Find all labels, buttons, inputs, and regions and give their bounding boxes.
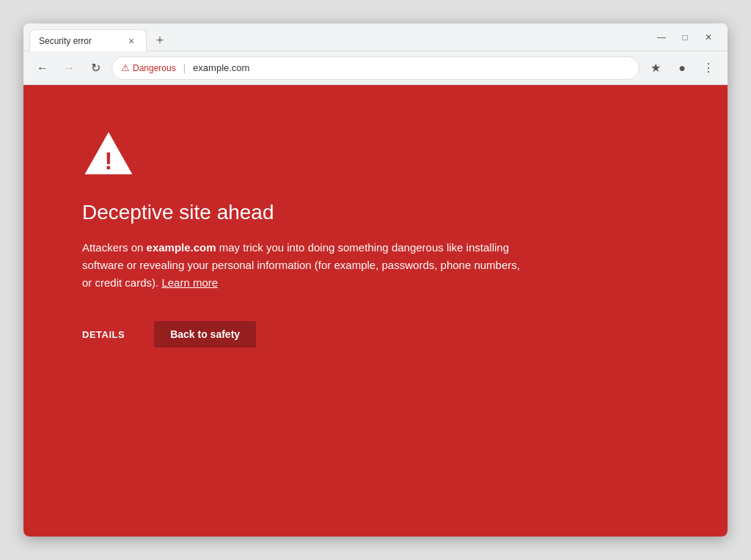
error-description: Attackers on example.com may trick you i… [82, 239, 522, 292]
svg-text:!: ! [105, 148, 113, 174]
security-indicator: ⚠ Dangerous [121, 62, 176, 73]
new-tab-button[interactable]: + [150, 30, 170, 51]
bookmark-button[interactable]: ★ [645, 58, 666, 78]
back-to-safety-button[interactable]: Back to safety [154, 321, 256, 347]
account-button[interactable]: ● [672, 58, 692, 78]
active-tab[interactable]: Security error × [29, 29, 147, 51]
window-controls: — □ ✕ [654, 30, 722, 45]
error-heading: Deceptive site ahead [82, 201, 522, 224]
url-separator: | [183, 62, 186, 73]
tabs-area: Security error × + [29, 23, 654, 51]
url-bar[interactable]: ⚠ Dangerous | example.com [111, 56, 640, 80]
browser-window: Security error × + — □ ✕ ← → ↻ ⚠ Dangero… [23, 23, 728, 537]
error-content: ! Deceptive site ahead Attackers on exam… [82, 129, 522, 347]
url-text: example.com [193, 62, 249, 73]
warning-icon: ⚠ [121, 62, 130, 73]
address-bar: ← → ↻ ⚠ Dangerous | example.com ★ ● ⋮ [23, 51, 728, 85]
warning-triangle-icon: ! [82, 129, 135, 177]
learn-more-link[interactable]: Learn more [161, 276, 218, 289]
security-label: Dangerous [133, 63, 176, 73]
reload-button[interactable]: ↻ [85, 58, 106, 78]
details-link[interactable]: DETAILS [82, 329, 125, 340]
error-page: ! Deceptive site ahead Attackers on exam… [23, 85, 728, 537]
forward-button[interactable]: → [59, 58, 79, 78]
address-actions: ★ ● ⋮ [645, 58, 719, 78]
minimize-button[interactable]: — [654, 30, 669, 45]
title-bar: Security error × + — □ ✕ [23, 23, 728, 51]
tab-title: Security error [39, 36, 120, 46]
error-actions: DETAILS Back to safety [82, 321, 522, 347]
close-button[interactable]: ✕ [701, 30, 716, 45]
maximize-button[interactable]: □ [678, 30, 692, 45]
tab-close-button[interactable]: × [125, 35, 137, 47]
site-name: example.com [147, 241, 216, 254]
back-button[interactable]: ← [32, 58, 53, 78]
menu-button[interactable]: ⋮ [698, 58, 719, 78]
description-prefix: Attackers on [82, 241, 147, 254]
